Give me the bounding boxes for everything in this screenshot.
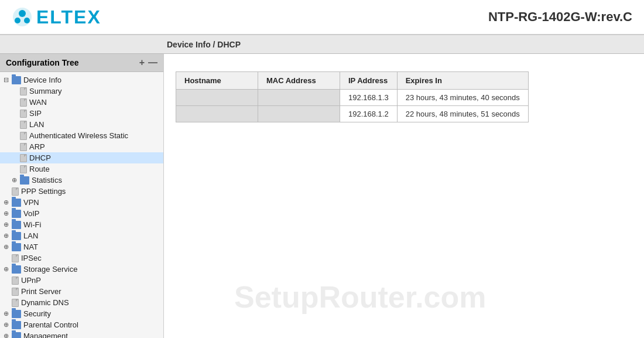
sidebar-item-label: LAN [23,231,38,240]
sidebar-item-label: Authenticated Wireless Static [29,131,128,140]
table-cell: 192.168.1.2 [340,106,398,122]
folder-icon [12,332,21,339]
sidebar-header-icons: + — [139,57,157,68]
sidebar-item-device-info[interactable]: ⊟Device Info [0,74,163,86]
expander-icon: ⊕ [4,243,12,251]
table-cell [258,106,340,122]
sidebar-item-sip[interactable]: SIP [0,108,163,119]
expander-icon: ⊕ [4,232,12,240]
folder-icon [20,176,29,185]
sidebar-item-parental-control[interactable]: ⊕Parental Control [0,319,163,330]
sidebar-item-label: Route [29,165,50,173]
sidebar-item-label: UPnP [21,276,41,285]
sidebar-item-label: ARP [29,142,45,151]
sidebar-item-label: SIP [29,109,42,118]
logo: eLTex [12,6,101,28]
file-icon [12,276,19,285]
table-cell [176,106,258,122]
sidebar-item-label: NAT [23,243,38,251]
sidebar-item-management[interactable]: ⊕Management [0,330,163,338]
expander-icon: ⊕ [4,265,12,273]
file-icon [20,154,27,162]
sidebar-item-auth-wireless[interactable]: Authenticated Wireless Static [0,130,163,141]
svg-point-3 [24,18,30,23]
remove-node-button[interactable]: — [148,57,157,68]
file-icon [12,187,19,196]
sidebar: Configuration Tree + — ⊟Device InfoSumma… [0,54,164,338]
sidebar-item-arp[interactable]: ARP [0,141,163,152]
folder-icon [12,76,21,84]
sidebar-item-dhcp[interactable]: DHCP [0,152,163,163]
sidebar-item-summary[interactable]: Summary [0,86,163,97]
sidebar-item-label: VoIP [23,209,39,218]
configuration-tree: ⊟Device InfoSummaryWANSIPLANAuthenticate… [0,72,163,338]
table-cell [176,90,258,106]
sidebar-header: Configuration Tree + — [0,54,163,72]
table-cell: 23 hours, 43 minutes, 40 seconds [397,90,528,106]
sidebar-item-vpn[interactable]: ⊕VPN [0,197,163,208]
sidebar-item-security[interactable]: ⊕Security [0,308,163,319]
sidebar-item-wifi[interactable]: ⊕Wi-Fi [0,219,163,230]
file-icon [12,254,19,262]
logo-text: eLTex [36,6,101,28]
folder-icon [12,199,21,207]
table-row: 192.168.1.323 hours, 43 minutes, 40 seco… [176,90,529,106]
sidebar-item-storage-service[interactable]: ⊕Storage Service [0,264,163,275]
folder-icon [12,243,21,251]
sidebar-item-print-server[interactable]: Print Server [0,286,163,297]
sidebar-item-label: Storage Service [23,265,78,274]
sidebar-item-label: Summary [29,87,62,95]
file-icon [20,143,27,151]
sidebar-item-label: PPP Settings [21,187,66,196]
sidebar-item-ppp-settings[interactable]: PPP Settings [0,186,163,197]
sidebar-item-label: DHCP [29,153,51,162]
expander-icon: ⊕ [4,221,12,228]
sidebar-item-label: LAN [29,120,44,129]
sidebar-item-route[interactable]: Route [0,163,163,175]
sidebar-item-upnp[interactable]: UPnP [0,275,163,286]
sidebar-item-label: Wi-Fi [23,220,41,229]
file-icon [20,121,27,129]
sidebar-item-label: Print Server [21,287,61,296]
svg-point-1 [19,10,26,17]
folder-icon [12,310,21,318]
header: eLTex NTP-RG-1402G-W:rev.C [0,0,644,35]
table-cell: 22 hours, 48 minutes, 51 seconds [397,106,528,122]
table-header: Hostname [176,72,258,90]
sidebar-item-label: WAN [29,98,47,107]
table-header: IP Address [340,72,398,90]
sidebar-item-dynamic-dns[interactable]: Dynamic DNS [0,297,163,308]
sidebar-item-ipsec[interactable]: IPSec [0,252,163,264]
add-node-button[interactable]: + [139,57,145,68]
sidebar-item-nat[interactable]: ⊕NAT [0,241,163,252]
file-icon [20,87,27,95]
folder-icon [12,265,21,274]
dhcp-table: HostnameMAC AddressIP AddressExpires In1… [176,71,529,122]
expander-icon: ⊕ [4,310,12,317]
sidebar-item-wan[interactable]: WAN [0,97,163,108]
expander-icon: ⊕ [4,321,12,329]
table-cell [258,90,340,106]
sidebar-item-statistics[interactable]: ⊕Statistics [0,175,163,186]
sidebar-item-label: Parental Control [23,320,78,329]
table-header: Expires In [397,72,528,90]
expander-icon: ⊕ [4,332,12,338]
expander-icon: ⊟ [4,76,12,84]
table-header: MAC Address [258,72,340,90]
device-title: NTP-RG-1402G-W:rev.C [488,9,632,25]
expander-icon: ⊕ [4,210,12,217]
sidebar-item-lan-top[interactable]: ⊕LAN [0,230,163,241]
sidebar-item-label: Statistics [32,176,62,185]
folder-icon [12,221,21,229]
main-layout: Configuration Tree + — ⊟Device InfoSumma… [0,54,644,338]
sidebar-item-lan[interactable]: LAN [0,119,163,130]
content-area: HostnameMAC AddressIP AddressExpires In1… [164,54,644,338]
file-icon [20,165,27,173]
file-icon [20,132,27,140]
file-icon [12,288,19,296]
configuration-tree-label: Configuration Tree [6,58,78,67]
folder-icon [12,321,21,329]
sidebar-item-voip[interactable]: ⊕VoIP [0,208,163,219]
sidebar-item-label: Security [23,309,51,318]
sidebar-item-label: Dynamic DNS [21,298,69,307]
